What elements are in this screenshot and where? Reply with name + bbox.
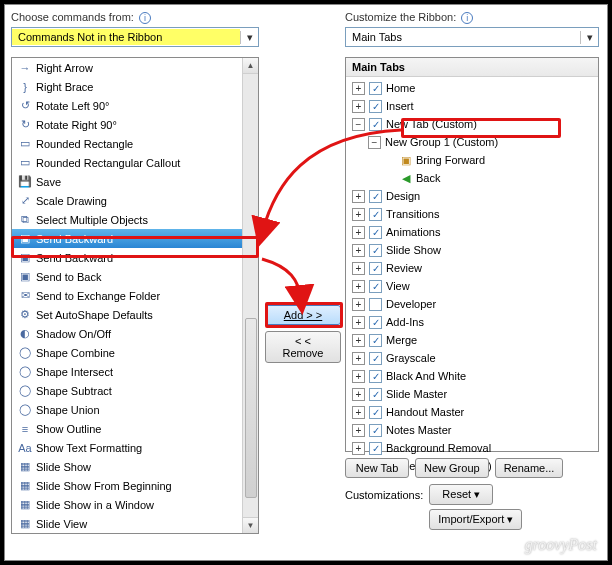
command-label: Shape Union (34, 404, 100, 416)
command-icon: ≡ (16, 423, 34, 435)
tree-item-view[interactable]: +✓View (348, 277, 596, 295)
command-row[interactable]: ◐Shadow On/Off (12, 324, 242, 343)
command-icon: ▣ (16, 270, 34, 283)
tree-item-review[interactable]: +✓Review (348, 259, 596, 277)
command-row[interactable]: ✉Send to Exchange Folder (12, 286, 242, 305)
tree-item-bgremove[interactable]: +✓Background Removal (348, 439, 596, 457)
tree-header: Main Tabs (346, 58, 598, 77)
new-group-button[interactable]: New Group (415, 458, 489, 478)
add-button[interactable]: Add > > (265, 305, 341, 325)
command-row[interactable]: ⤢Scale Drawing (12, 191, 242, 210)
scroll-down-button[interactable]: ▼ (243, 517, 258, 533)
info-icon[interactable]: i (461, 12, 473, 24)
command-row[interactable]: ↻Rotate Right 90° (12, 115, 242, 134)
command-row[interactable]: ▦Slide Show in a Window (12, 495, 242, 514)
scrollbar[interactable]: ▲ ▼ (242, 58, 258, 533)
command-row[interactable]: ▭Rounded Rectangle (12, 134, 242, 153)
command-icon: ▦ (16, 498, 34, 511)
command-label: Set AutoShape Defaults (34, 309, 153, 321)
tree-item-bring-forward[interactable]: ▣Bring Forward (348, 151, 596, 169)
command-icon: → (16, 62, 34, 74)
command-row[interactable]: ▣Send Backward (12, 229, 242, 248)
command-label: Rounded Rectangle (34, 138, 133, 150)
command-icon: ◯ (16, 365, 34, 378)
command-row[interactable]: ▣Send Backward (12, 248, 242, 267)
tree-item-back[interactable]: ◀Back (348, 169, 596, 187)
command-icon: ↻ (16, 118, 34, 131)
command-row[interactable]: ▣Send to Back (12, 267, 242, 286)
commands-listbox[interactable]: →Right Arrow}Right Brace↺Rotate Left 90°… (11, 57, 259, 534)
tree-item-bw[interactable]: +✓Black And White (348, 367, 596, 385)
tree-item-home[interactable]: +✓Home (348, 79, 596, 97)
command-icon: ◯ (16, 384, 34, 397)
tree-item-handout[interactable]: +✓Handout Master (348, 403, 596, 421)
command-label: Send Backward (34, 233, 113, 245)
command-row[interactable]: ▦Slide Show (12, 457, 242, 476)
tree-item-transitions[interactable]: +✓Transitions (348, 205, 596, 223)
tree-item-grayscale[interactable]: +✓Grayscale (348, 349, 596, 367)
command-row[interactable]: ◯Shape Combine (12, 343, 242, 362)
command-icon: ✉ (16, 289, 34, 302)
tree-item-addins[interactable]: +✓Add-Ins (348, 313, 596, 331)
command-label: Save (34, 176, 61, 188)
command-row[interactable]: ◯Shape Subtract (12, 381, 242, 400)
tree-item-newtab[interactable]: −✓New Tab (Custom) (348, 115, 596, 133)
command-label: Rounded Rectangular Callout (34, 157, 180, 169)
command-label: Shape Combine (34, 347, 115, 359)
reset-button[interactable]: Reset ▾ (429, 484, 493, 505)
tree-item-notes[interactable]: +✓Notes Master (348, 421, 596, 439)
command-row[interactable]: →Right Arrow (12, 58, 242, 77)
tree-item-merge[interactable]: +✓Merge (348, 331, 596, 349)
command-row[interactable]: ▦Slide Show From Beginning (12, 476, 242, 495)
tree-item-slidemaster[interactable]: +✓Slide Master (348, 385, 596, 403)
command-row[interactable]: ↺Rotate Left 90° (12, 96, 242, 115)
command-row[interactable]: ⧉Select Multiple Objects (12, 210, 242, 229)
command-icon: ↺ (16, 99, 34, 112)
ribbon-target-dropdown[interactable]: Main Tabs ▾ (345, 27, 599, 47)
command-icon: Aa (16, 442, 34, 454)
command-icon: ▣ (16, 232, 34, 245)
tree-item-insert[interactable]: +✓Insert (348, 97, 596, 115)
chevron-down-icon: ▾ (580, 31, 598, 44)
new-tab-button[interactable]: New Tab (345, 458, 409, 478)
tree-item-animations[interactable]: +✓Animations (348, 223, 596, 241)
remove-button[interactable]: < < Remove (265, 331, 341, 363)
command-row[interactable]: AaShow Text Formatting (12, 438, 242, 457)
command-row[interactable]: ◯Shape Intersect (12, 362, 242, 381)
command-label: Shape Subtract (34, 385, 112, 397)
command-icon: ▣ (16, 251, 34, 264)
bring-forward-icon: ▣ (398, 154, 414, 167)
choose-commands-label: Choose commands from: (11, 11, 134, 23)
command-label: Select Multiple Objects (34, 214, 148, 226)
commands-source-dropdown[interactable]: Commands Not in the Ribbon ▾ (11, 27, 259, 47)
command-row[interactable]: 💾Save (12, 172, 242, 191)
import-export-button[interactable]: Import/Export ▾ (429, 509, 522, 530)
command-icon: ◯ (16, 403, 34, 416)
command-row[interactable]: ≡Show Outline (12, 419, 242, 438)
command-label: Rotate Right 90° (34, 119, 117, 131)
tree-item-design[interactable]: +✓Design (348, 187, 596, 205)
command-label: Slide View (34, 518, 87, 530)
command-icon: 💾 (16, 175, 34, 188)
rename-button[interactable]: Rename... (495, 458, 564, 478)
command-label: Show Outline (34, 423, 101, 435)
command-row[interactable]: ⚙Set AutoShape Defaults (12, 305, 242, 324)
command-icon: } (16, 81, 34, 93)
tree-item-slideshow[interactable]: +✓Slide Show (348, 241, 596, 259)
scroll-up-button[interactable]: ▲ (243, 58, 258, 74)
command-row[interactable]: }Right Brace (12, 77, 242, 96)
command-label: Show Text Formatting (34, 442, 142, 454)
command-row[interactable]: ▦Slide View (12, 514, 242, 533)
info-icon[interactable]: i (139, 12, 151, 24)
command-row[interactable]: ▭Rounded Rectangular Callout (12, 153, 242, 172)
ribbon-tree[interactable]: Main Tabs +✓Home +✓Insert −✓New Tab (Cus… (345, 57, 599, 452)
command-icon: ▭ (16, 156, 34, 169)
command-label: Right Brace (34, 81, 93, 93)
tree-item-newgroup[interactable]: −New Group 1 (Custom) (348, 133, 596, 151)
command-label: Send to Exchange Folder (34, 290, 160, 302)
tree-item-developer[interactable]: +Developer (348, 295, 596, 313)
command-label: Slide Show (34, 461, 91, 473)
command-row[interactable]: ◯Shape Union (12, 400, 242, 419)
scroll-thumb[interactable] (245, 318, 257, 498)
back-icon: ◀ (398, 172, 414, 185)
